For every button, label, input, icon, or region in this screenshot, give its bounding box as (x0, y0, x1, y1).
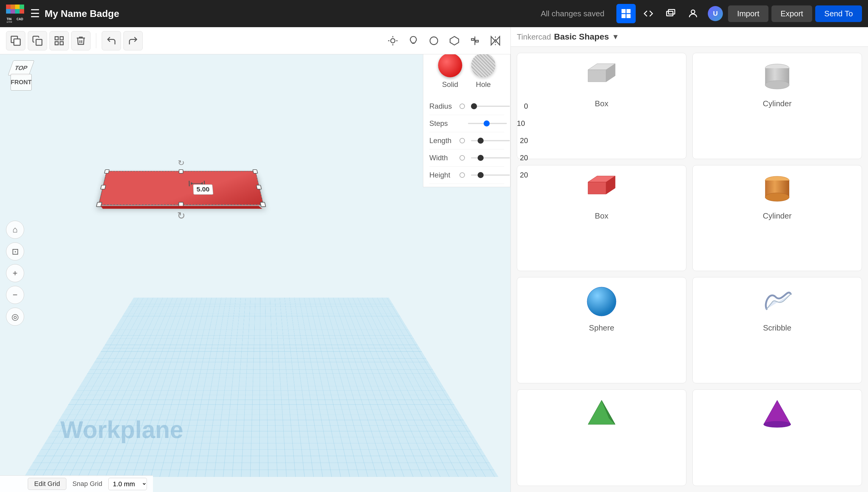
shape-item-cone-purple[interactable] (692, 389, 862, 486)
shape-container[interactable]: ↻ ↻ 5.00 (98, 171, 264, 205)
box-red-thumb (581, 171, 623, 208)
shape-tool-btn[interactable] (425, 32, 443, 50)
length-slider[interactable] (471, 140, 510, 141)
svg-rect-3 (20, 4, 24, 9)
width-value: 20 (513, 154, 528, 162)
shape-item-box-red[interactable]: Box (517, 165, 686, 271)
shape-item-sphere[interactable]: Sphere (517, 277, 686, 383)
shape-item-pyramid-green[interactable] (517, 389, 686, 486)
shape-item-cylinder-orange[interactable]: Cylinder (692, 165, 862, 271)
send-to-btn[interactable]: Send To (815, 5, 862, 22)
align-tool-btn[interactable] (466, 32, 484, 50)
steps-slider[interactable] (468, 123, 507, 124)
hole-type-btn[interactable]: Hole (471, 53, 495, 89)
pyramid-green-thumb (581, 396, 623, 432)
grid-view-btn[interactable] (616, 4, 636, 23)
project-title[interactable]: My Name Badge (45, 8, 119, 19)
handle-mr[interactable] (256, 185, 262, 190)
camera-controls: ⌂ ⊡ + − ◎ (6, 221, 24, 326)
svg-rect-23 (55, 42, 58, 45)
handle-bm[interactable] (179, 202, 184, 207)
3d-view-btn[interactable] (661, 4, 680, 23)
radius-label: Radius (429, 102, 459, 110)
svg-point-65 (587, 287, 616, 316)
view-mode-btn[interactable]: ◎ (6, 308, 24, 326)
svg-rect-0 (6, 4, 10, 9)
handle-tr[interactable] (253, 169, 258, 174)
solid-label: Solid (442, 80, 458, 89)
duplicate-btn[interactable] (6, 31, 25, 50)
view-cube-top[interactable]: TOP (8, 60, 34, 75)
width-radio[interactable] (459, 155, 465, 161)
undo-btn[interactable] (102, 31, 121, 50)
svg-rect-4 (6, 9, 10, 14)
svg-point-64 (765, 193, 789, 201)
import-btn[interactable]: Import (728, 5, 768, 22)
radius-radio[interactable] (459, 103, 465, 109)
height-radio[interactable] (459, 172, 465, 178)
profile-btn[interactable] (683, 4, 703, 23)
radius-slider[interactable] (471, 106, 510, 107)
zoom-out-btn[interactable]: − (6, 286, 24, 304)
handle-br[interactable] (260, 202, 266, 207)
edit-grid-btn[interactable]: Edit Grid (28, 478, 67, 490)
hole-label: Hole (476, 80, 490, 89)
svg-point-25 (391, 38, 395, 43)
group-btn[interactable] (49, 31, 69, 50)
redo-btn[interactable] (123, 31, 143, 50)
svg-text:KER: KER (7, 21, 12, 23)
width-label: Width (429, 154, 459, 162)
length-radio[interactable] (459, 138, 465, 143)
polygon-tool-btn[interactable] (445, 32, 463, 50)
solid-icon (438, 53, 462, 77)
menu-icon[interactable]: ☰ (30, 7, 40, 20)
camera-tool-btn[interactable] (384, 32, 402, 50)
handle-tl[interactable] (104, 169, 109, 174)
solid-type-btn[interactable]: Solid (438, 53, 462, 89)
snap-grid-select[interactable]: 1.0 mm 0.5 mm 0.25 mm 2.0 mm (108, 478, 147, 490)
category-dropdown-btn[interactable]: ▼ (612, 32, 619, 41)
shape-item-cylinder-grey[interactable]: Cylinder (692, 53, 862, 159)
svg-rect-24 (60, 42, 63, 45)
svg-rect-30 (476, 40, 479, 42)
code-view-btn[interactable] (639, 4, 658, 23)
rotate-top-handle[interactable]: ↻ (177, 159, 184, 167)
width-slider[interactable] (471, 157, 510, 158)
view-cube-front[interactable]: FRONT (10, 74, 32, 91)
mirror-tool-btn[interactable] (486, 32, 505, 50)
handle-bl[interactable] (96, 202, 102, 207)
svg-marker-68 (764, 400, 791, 424)
prop-row-height: Height 20 (429, 167, 504, 184)
home-btn[interactable]: ⌂ (6, 221, 24, 239)
fit-btn[interactable]: ⊡ (6, 242, 24, 261)
svg-marker-31 (491, 36, 495, 45)
height-value: 20 (513, 171, 528, 179)
svg-rect-12 (627, 9, 631, 13)
shape-item-scribble[interactable]: Scribble (692, 277, 862, 383)
shape-box[interactable] (98, 171, 264, 205)
svg-rect-29 (471, 38, 474, 40)
radius-value: 0 (513, 102, 528, 110)
svg-point-17 (691, 10, 695, 14)
copy-btn[interactable] (28, 31, 47, 50)
export-btn[interactable]: Export (771, 5, 812, 22)
delete-btn[interactable] (71, 31, 91, 50)
shapes-sidebar: Workplane Ruler (510, 0, 868, 492)
height-label: Height (429, 171, 459, 179)
zoom-in-btn[interactable]: + (6, 264, 24, 282)
bulb-tool-btn[interactable] (404, 32, 423, 50)
box-grey-label: Box (595, 99, 609, 108)
cylinder-grey-label: Cylinder (763, 99, 791, 108)
svg-rect-2 (15, 4, 20, 9)
handle-tm[interactable] (179, 169, 183, 174)
sphere-label: Sphere (589, 323, 614, 333)
rotate-bottom-handle[interactable]: ↻ (177, 210, 185, 222)
height-slider[interactable] (471, 174, 510, 176)
prop-row-steps: Steps 10 (429, 115, 504, 132)
svg-marker-59 (588, 182, 606, 194)
avatar-btn[interactable]: U (706, 4, 725, 23)
shape-item-box-grey[interactable]: Box (517, 53, 686, 159)
handle-ml[interactable] (100, 185, 106, 190)
category-label: Tinkercad (517, 32, 551, 42)
shapes-grid: Box Cylinder (511, 47, 868, 492)
